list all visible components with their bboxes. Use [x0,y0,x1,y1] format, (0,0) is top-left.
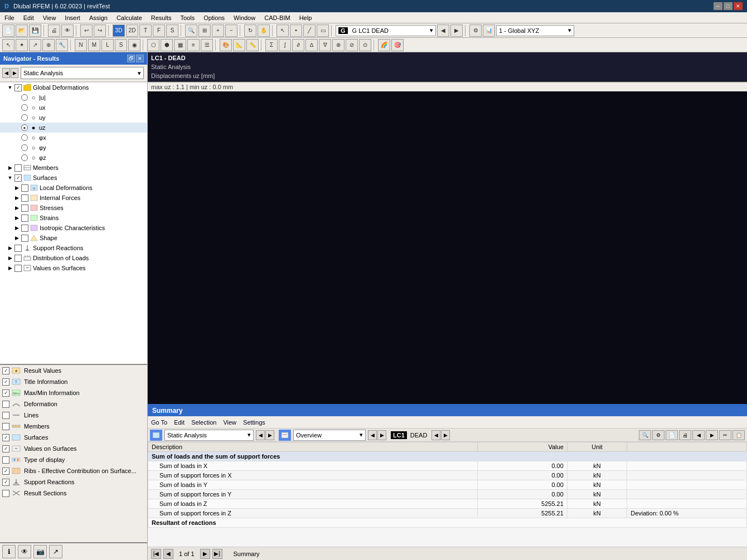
tree-uy[interactable]: ○ uy [0,113,147,123]
lbi-deformation[interactable]: Deformation [0,398,147,410]
viewport-3d[interactable]: LC1 - DEAD Static Analysis Displacements… [148,52,747,404]
summary-overview-dropdown[interactable]: Overview ▾ [293,430,366,441]
summary-view[interactable]: View [223,419,236,426]
tree-members[interactable]: ▶ Members [0,163,147,173]
coord-dropdown[interactable]: 1 - Global XYZ ▾ [496,25,574,36]
prev-lc-button[interactable]: ◀ [437,25,449,37]
tb2-26[interactable]: ⊙ [359,39,371,51]
analysis-prev[interactable]: ◀ [256,430,265,440]
nav-close[interactable]: ✕ [136,55,144,62]
lbi-members-bottom[interactable]: Members [0,421,147,432]
check-internal[interactable] [21,194,28,202]
zoomin-button[interactable]: + [212,25,224,37]
tb2-23[interactable]: ∇ [319,39,331,51]
expand-local-icon[interactable]: ▶ [13,184,20,191]
tb2-24[interactable]: ⊗ [332,39,345,51]
check-ribs[interactable] [2,468,9,475]
view2d-button[interactable]: 2D [126,25,138,37]
lbi-ribs-effective[interactable]: Ribs - Effective Contribution on Surface… [0,465,147,476]
node-button[interactable]: • [290,25,302,37]
summary-settings[interactable]: Settings [243,419,265,426]
tb2-5[interactable]: 🔧 [56,39,68,51]
menu-help[interactable]: Help [295,13,317,22]
tb2-22[interactable]: ∆ [305,39,318,51]
check-members[interactable] [14,164,22,172]
check-iso[interactable] [21,225,28,232]
tree-strains[interactable]: ▶ Strains [0,213,147,223]
undo-button[interactable]: ↩ [80,25,93,37]
tb2-27[interactable]: 🌈 [378,39,390,51]
camera-button[interactable]: 📷 [33,545,47,558]
nav-restore[interactable]: 🗗 [127,55,135,62]
summary-analysis-dropdown[interactable]: Static Analysis ▾ [164,430,254,441]
check-strains[interactable] [21,215,28,222]
tree-isotropic[interactable]: ▶ Isotropic Characteristics [0,223,147,233]
tb2-3[interactable]: ↗ [29,39,41,51]
pg-next[interactable]: ▶ [200,549,210,559]
check-support2[interactable] [2,479,9,486]
analysis-dropdown[interactable]: Static Analysis ▾ [21,67,144,79]
new-button[interactable]: 📄 [2,25,14,37]
check-stresses[interactable] [21,204,28,212]
lbi-support-reactions2[interactable]: Support Reactions [0,476,147,488]
tb2-18[interactable]: 📏 [246,39,259,51]
check-result-values[interactable] [2,367,9,374]
check-members-bottom[interactable] [2,423,9,430]
summary-goto[interactable]: Go To [151,419,167,426]
overview-prev[interactable]: ◀ [368,430,377,440]
check-shape[interactable] [21,235,28,242]
menu-calculate[interactable]: Calculate [112,13,147,22]
tb2-14[interactable]: ≡ [187,39,200,51]
tree-phix[interactable]: ○ φx [0,133,147,143]
lbi-surfaces-bottom[interactable]: Surfaces [0,432,147,443]
open-button[interactable]: 📂 [16,25,28,37]
tree-ux[interactable]: ○ ux [0,103,147,113]
expand-surfaces-icon[interactable]: ▼ [7,174,13,181]
zoom-button[interactable]: 🔍 [185,25,197,37]
menu-assign[interactable]: Assign [85,13,112,22]
check-lines[interactable] [2,412,9,419]
viewside-button[interactable]: S [166,25,178,37]
check-maxmin[interactable] [2,389,9,397]
menu-window[interactable]: Window [229,13,260,22]
tree-local-def[interactable]: ▶ u Local Deformations [0,183,147,193]
select-button[interactable]: ↖ [277,25,289,37]
expand-stresses-icon[interactable]: ▶ [13,204,20,211]
tb2-9[interactable]: S [115,39,127,51]
tree-internal-forces[interactable]: ▶ Internal Forces [0,193,147,203]
tb2-8[interactable]: L [101,39,114,51]
radio-u-abs[interactable] [21,94,28,101]
analysis-next[interactable]: ▶ [265,430,274,440]
expand-iso-icon[interactable]: ▶ [13,225,20,231]
summary-filter[interactable]: ⚙ [652,430,664,440]
print-button[interactable]: 🖨 [48,25,60,37]
tb2-19[interactable]: Σ [265,39,278,51]
check-vals[interactable] [14,265,22,272]
next-lc-button[interactable]: ▶ [450,25,463,37]
pg-first[interactable]: |◀ [151,549,161,559]
tb2-17[interactable]: 📐 [233,39,245,51]
check-dist[interactable] [14,255,22,262]
save-button[interactable]: 💾 [29,25,41,37]
eye-button[interactable]: 👁 [18,545,31,558]
viewfront-button[interactable]: F [153,25,165,37]
summary-prev2[interactable]: ◀ [692,430,705,440]
pan-button[interactable]: ✋ [258,25,270,37]
arrow-button[interactable]: ↗ [49,545,62,558]
rotate-button[interactable]: ↻ [244,25,256,37]
tree-stresses[interactable]: ▶ Stresses [0,203,147,213]
lbi-result-values[interactable]: ★ Result Values [0,365,147,376]
check-values-surfaces[interactable] [2,445,9,452]
radio-phiy[interactable] [21,144,28,151]
expand-shape-icon[interactable]: ▶ [13,235,20,241]
tb2-20[interactable]: ∫ [279,39,291,51]
tree-values-surfaces[interactable]: ▶ ** Values on Surfaces [0,263,147,273]
lbi-type-display[interactable]: Type of display [0,454,147,465]
menu-edit[interactable]: Edit [19,13,38,22]
tb2-28[interactable]: 🎯 [391,39,404,51]
tree-shape[interactable]: ▶ Shape [0,233,147,243]
lc-dropdown[interactable]: G G LC1 DEAD ▾ [336,25,436,36]
summary-search[interactable]: 🔍 [639,430,651,440]
print-preview[interactable]: 👁 [61,25,74,37]
pg-last[interactable]: ▶| [212,549,222,559]
